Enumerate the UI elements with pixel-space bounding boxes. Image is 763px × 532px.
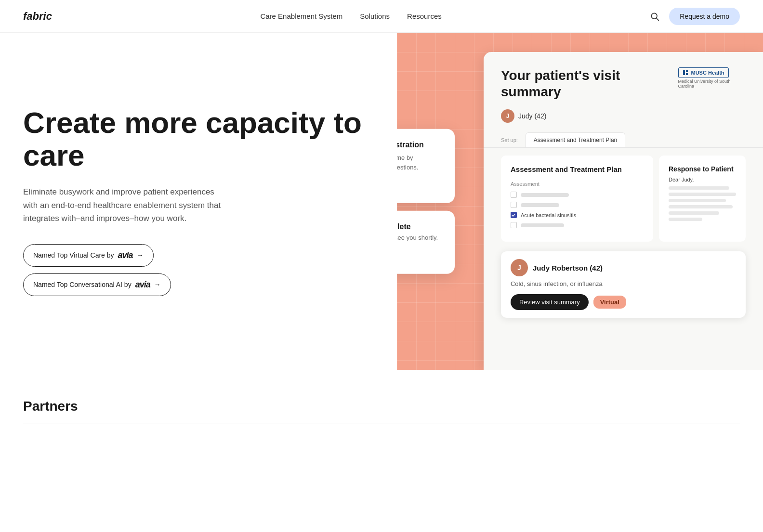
search-icon[interactable] bbox=[650, 12, 659, 21]
review-visit-summary-button[interactable]: Review visit summary bbox=[511, 294, 589, 310]
musc-icon bbox=[683, 69, 689, 76]
badge2-text: Named Top Conversational AI by bbox=[33, 281, 132, 288]
partners-divider bbox=[23, 424, 740, 424]
vs-logo: MUSC Health Medical University of South … bbox=[678, 67, 746, 89]
hero-title: Create more capacity to care bbox=[23, 106, 374, 172]
checkbox-line-1 bbox=[521, 193, 569, 197]
checkbox-3-text: Acute bacterial sinusitis bbox=[521, 212, 576, 218]
intake-card-desc: The doctor will see you shortly. bbox=[397, 233, 438, 243]
vs-title: Your patient's visit summary bbox=[501, 67, 678, 100]
hero-right: Start your registration Reduce your wait… bbox=[397, 33, 763, 370]
vs-tab-assessment[interactable]: Assessment and Treatment Plan bbox=[526, 132, 625, 147]
partners-section: Partners bbox=[0, 370, 763, 443]
vs-patient-avatar: J bbox=[501, 109, 514, 123]
hero-section: Create more capacity to care Eliminate b… bbox=[0, 33, 763, 370]
virtual-badge: Virtual bbox=[593, 296, 626, 309]
intake-check-row: ✓ Intake complete The doctor will see yo… bbox=[397, 222, 441, 250]
registration-card-title: Start your registration bbox=[397, 141, 441, 149]
hero-left: Create more capacity to care Eliminate b… bbox=[0, 33, 397, 370]
badge1-arrow: → bbox=[137, 251, 144, 259]
intake-content: Intake complete The doctor will see you … bbox=[397, 222, 438, 250]
vs-panel-title: Assessment and Treatment Plan bbox=[511, 165, 644, 173]
vs-tab-setup-label: Set up: bbox=[501, 137, 518, 143]
checkbox-row-2 bbox=[511, 202, 644, 208]
checkbox-2[interactable] bbox=[511, 202, 517, 208]
checkmark-icon bbox=[512, 214, 515, 217]
avia-brand-1: avia bbox=[118, 250, 133, 260]
nav-care-enablement[interactable]: Care Enablement System bbox=[260, 12, 342, 20]
pc-avatar: J bbox=[511, 259, 528, 276]
checkbox-row-3: Acute bacterial sinusitis bbox=[511, 212, 644, 218]
pc-diagnosis: Cold, sinus infection, or influenza bbox=[511, 280, 736, 287]
musc-logo: MUSC Health bbox=[678, 67, 729, 78]
checkbox-line-4 bbox=[521, 223, 564, 227]
checkbox-line-2 bbox=[521, 203, 559, 207]
vs-response-title: Response to Patient bbox=[669, 165, 736, 173]
demo-button[interactable]: Request a demo bbox=[669, 8, 740, 25]
registration-card: Start your registration Reduce your wait… bbox=[397, 129, 455, 203]
visit-summary-card: Your patient's visit summary MUSC Health… bbox=[484, 52, 763, 370]
intake-card-title: Intake complete bbox=[397, 222, 438, 231]
checkbox-row-1 bbox=[511, 192, 644, 198]
navbar: fabric Care Enablement System Solutions … bbox=[0, 0, 763, 33]
response-line-4 bbox=[669, 205, 733, 208]
badge2-arrow: → bbox=[154, 281, 161, 288]
floating-cards: Start your registration Reduce your wait… bbox=[397, 129, 455, 274]
nav-logo[interactable]: fabric bbox=[23, 10, 52, 23]
hero-badges: Named Top Virtual Care by avia → Named T… bbox=[23, 244, 374, 296]
checkbox-1[interactable] bbox=[511, 192, 517, 198]
response-line-6 bbox=[669, 218, 702, 221]
svg-rect-2 bbox=[683, 70, 685, 75]
nav-links: Care Enablement System Solutions Resourc… bbox=[260, 12, 441, 20]
intake-card: ✓ Intake complete The doctor will see yo… bbox=[397, 211, 455, 274]
response-line-1 bbox=[669, 186, 729, 190]
checkbox-4[interactable] bbox=[511, 222, 517, 228]
partners-title: Partners bbox=[23, 399, 740, 414]
response-line-2 bbox=[669, 193, 736, 196]
nav-solutions[interactable]: Solutions bbox=[360, 12, 390, 20]
vs-header: Your patient's visit summary MUSC Health… bbox=[484, 52, 763, 109]
checkbox-row-4 bbox=[511, 222, 644, 228]
avia-conversational-badge[interactable]: Named Top Conversational AI by avia → bbox=[23, 273, 171, 296]
nav-resources[interactable]: Resources bbox=[407, 12, 442, 20]
vs-content: Assessment and Treatment Plan Assessment bbox=[484, 156, 763, 251]
patient-summary-card: J Judy Robertson (42) Cold, sinus infect… bbox=[501, 251, 746, 318]
response-line-5 bbox=[669, 211, 719, 215]
pc-actions: Review visit summary Virtual bbox=[511, 294, 736, 310]
svg-line-1 bbox=[657, 18, 659, 20]
svg-rect-4 bbox=[686, 73, 688, 75]
musc-text: MUSC Health bbox=[691, 70, 724, 76]
response-line-3 bbox=[669, 199, 726, 202]
musc-subtext: Medical University of South Carolina bbox=[678, 79, 746, 89]
pc-name: Judy Robertson (42) bbox=[533, 264, 603, 272]
avia-virtual-care-badge[interactable]: Named Top Virtual Care by avia → bbox=[23, 244, 154, 267]
nav-right: Request a demo bbox=[650, 8, 740, 25]
svg-rect-3 bbox=[686, 70, 688, 72]
vs-response-dear: Dear Judy, bbox=[669, 177, 736, 182]
registration-card-desc: Reduce your wait time by answering a few… bbox=[397, 153, 441, 172]
vs-patient-name: Judy (42) bbox=[518, 112, 546, 120]
vs-patient-row: J Judy (42) bbox=[484, 109, 763, 132]
avia-brand-2: avia bbox=[135, 280, 150, 290]
vs-tabs: Set up: Assessment and Treatment Plan bbox=[484, 132, 763, 148]
checkbox-3-checked[interactable] bbox=[511, 212, 517, 218]
vs-section-label: Assessment bbox=[511, 181, 644, 187]
badge1-text: Named Top Virtual Care by bbox=[33, 251, 114, 259]
vs-response-panel: Response to Patient Dear Judy, bbox=[659, 156, 746, 242]
pc-top-row: J Judy Robertson (42) bbox=[511, 259, 736, 276]
vs-assessment-panel: Assessment and Treatment Plan Assessment bbox=[501, 156, 653, 242]
hero-subtitle: Eliminate busywork and improve patient e… bbox=[23, 185, 225, 225]
